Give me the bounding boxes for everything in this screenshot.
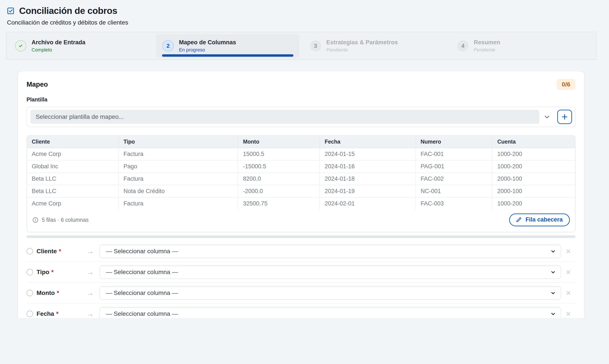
step-title: Estrategias & Parámetros [326, 39, 398, 46]
step-status: En progreso [179, 47, 236, 53]
table-cell: 1000-200 [492, 160, 575, 173]
stepper-step-3[interactable]: 3Estrategias & ParámetrosPendiente [304, 34, 446, 58]
field-label: Tipo [37, 269, 49, 276]
field-row-cliente: Cliente*→— Seleccionar columna —✕ [27, 241, 576, 261]
column-select[interactable]: — Seleccionar columna — [99, 286, 561, 300]
template-label: Plantilla [27, 96, 576, 103]
table-cell: NC-001 [416, 185, 492, 197]
step-status: Pendiente [474, 47, 500, 53]
table-cell: Pago [119, 160, 238, 173]
mapping-progress-badge: 0/6 [557, 79, 576, 90]
table-cell: 2024-01-16 [320, 160, 416, 173]
table-cell: 2024-02-01 [320, 197, 416, 209]
field-label: Monto [37, 289, 55, 297]
column-header: Tipo [119, 136, 238, 148]
step-status: Completo [31, 47, 85, 53]
table-cell: 2024-01-18 [320, 173, 416, 185]
column-header: Fecha [320, 136, 416, 148]
step-status: Pendiente [326, 47, 398, 53]
column-select[interactable]: — Seleccionar columna — [99, 265, 561, 279]
table-cell: 2024-01-19 [320, 185, 416, 197]
step-indicator [15, 40, 26, 52]
close-icon[interactable]: ✕ [561, 268, 576, 276]
step-title: Archivo de Entrada [31, 39, 85, 46]
field-left: Fecha* [27, 310, 81, 317]
template-select-placeholder: Seleccionar plantilla de mapeo... [36, 113, 124, 120]
arrow-right-icon: → [81, 247, 99, 255]
table-cell: Acme Corp [27, 197, 119, 209]
column-select[interactable]: — Seleccionar columna — [99, 307, 561, 318]
chevron-down-icon [550, 269, 556, 275]
field-left: Monto* [27, 289, 81, 297]
radio-button[interactable] [27, 248, 33, 255]
required-asterisk: * [51, 269, 54, 276]
info-icon [32, 217, 39, 223]
header-row-button-label: Fila cabecera [526, 216, 563, 223]
table-row: Acme CorpFactura15000.52024-01-15FAC-001… [27, 148, 575, 160]
add-template-button[interactable] [557, 110, 572, 124]
field-row-fecha: Fecha*→— Seleccionar columna —✕ [27, 303, 576, 318]
table-cell: Beta LLC [27, 173, 119, 185]
column-select-placeholder: — Seleccionar columna — [106, 248, 178, 255]
close-icon[interactable]: ✕ [561, 289, 576, 297]
arrow-right-icon: → [81, 310, 99, 318]
table-cell: FAC-001 [416, 148, 492, 160]
field-label: Fecha [37, 310, 54, 317]
table-cell: 32500.75 [238, 197, 319, 209]
arrow-right-icon: → [81, 268, 99, 276]
required-asterisk: * [57, 289, 59, 297]
mapping-card: Mapeo 0/6 Plantilla Seleccionar plantill… [17, 71, 585, 318]
step-title: Mapeo de Columnas [179, 39, 236, 46]
header-row: ClienteTipoMontoFechaNumeroCuenta [27, 136, 575, 148]
step-number: 4 [461, 43, 464, 49]
field-mapping-list: Cliente*→— Seleccionar columna —✕Tipo*→—… [27, 241, 576, 318]
stepper: Archivo de EntradaCompleto2Mapeo de Colu… [6, 32, 596, 60]
table-cell: Factura [119, 148, 238, 160]
step-indicator: 4 [457, 40, 469, 52]
close-icon[interactable]: ✕ [561, 310, 576, 318]
preview-table-container: ClienteTipoMontoFechaNumeroCuentaAcme Co… [27, 135, 576, 232]
step-number: 3 [314, 43, 317, 49]
table-cell: Acme Corp [27, 148, 119, 160]
chevron-down-icon [543, 113, 551, 120]
step-text: Estrategias & ParámetrosPendiente [326, 39, 398, 53]
preview-table: ClienteTipoMontoFechaNumeroCuentaAcme Co… [27, 136, 575, 209]
radio-button[interactable] [27, 290, 33, 296]
field-row-monto: Monto*→— Seleccionar columna —✕ [27, 282, 576, 303]
stepper-step-4[interactable]: 4ResumenPendiente [451, 34, 594, 58]
table-cell: Beta LLC [27, 185, 119, 197]
chevron-down-icon [550, 311, 556, 317]
close-icon[interactable]: ✕ [561, 247, 576, 255]
active-step-underline [162, 54, 293, 57]
radio-button[interactable] [27, 311, 33, 317]
required-asterisk: * [56, 310, 58, 317]
table-cell: FAC-002 [416, 173, 492, 185]
column-select[interactable]: — Seleccionar columna — [99, 245, 561, 258]
page-subtitle: Conciliación de créditos y débitos de cl… [7, 19, 609, 26]
stepper-step-1[interactable]: Archivo de EntradaCompleto [9, 34, 152, 58]
column-select-placeholder: — Seleccionar columna — [106, 289, 178, 297]
table-cell: 15000.5 [238, 148, 319, 160]
required-asterisk: * [59, 248, 61, 255]
radio-button[interactable] [27, 269, 33, 275]
field-left: Tipo* [27, 269, 81, 276]
column-select-placeholder: — Seleccionar columna — [106, 269, 178, 276]
check-square-icon [7, 7, 15, 15]
header-row-button[interactable]: Fila cabecera [509, 213, 570, 226]
table-cell: Nota de Crédito [119, 185, 238, 197]
step-title: Resumen [474, 39, 500, 46]
table-cell: -15000.5 [238, 160, 319, 173]
stepper-step-2[interactable]: 2Mapeo de ColumnasEn progreso [156, 34, 299, 58]
page-header: Conciliación de cobros Conciliación de c… [0, 0, 609, 26]
row-count: 5 filas · 6 columnas [32, 217, 88, 223]
plus-icon [561, 113, 568, 120]
table-cell: PAG-001 [416, 160, 492, 173]
template-row: Seleccionar plantilla de mapeo... [27, 107, 576, 127]
column-header: Cuenta [492, 136, 575, 148]
table-row: Beta LLCNota de Crédito-2000.02024-01-19… [27, 185, 575, 197]
column-select-placeholder: — Seleccionar columna — [106, 310, 178, 317]
template-select[interactable]: Seleccionar plantilla de mapeo... [30, 110, 540, 124]
section-divider [27, 235, 576, 238]
table-cell: 2000-100 [492, 173, 575, 185]
title-row: Conciliación de cobros [7, 6, 609, 16]
